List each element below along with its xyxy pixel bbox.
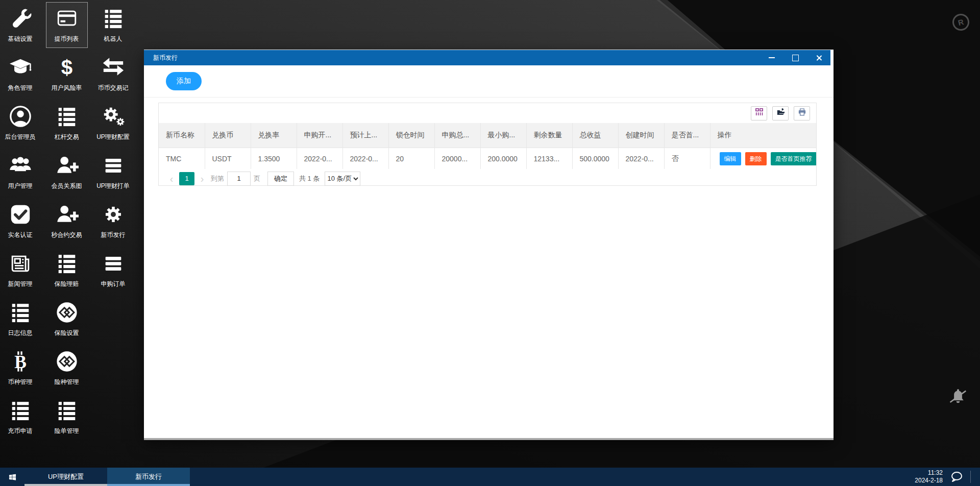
desktop-icon[interactable]: 秒合约交易 (46, 198, 88, 244)
table-header-cell: 剩余数量 (526, 123, 572, 148)
table-header-cell: 预计上... (342, 123, 388, 148)
table-cell: USDT (205, 148, 251, 169)
desktop-icon[interactable]: 提币列表 (46, 2, 88, 48)
table-cell: 500.0000 (572, 148, 618, 169)
edit-button[interactable]: 编辑 (720, 152, 741, 165)
table-cell: 2022-0... (618, 148, 664, 169)
window-titlebar[interactable]: 新币发行 (144, 50, 830, 65)
desktop-icon[interactable]: 角色管理 (0, 51, 41, 97)
desktop-icon-label: 币种管理 (8, 378, 33, 386)
wrench-icon (9, 7, 32, 32)
desktop-icon[interactable]: 险单管理 (46, 394, 88, 440)
columns-filter-icon (755, 108, 764, 118)
dollar-icon: $ (55, 56, 79, 81)
desktop-icon[interactable]: 保险设置 (46, 296, 88, 342)
desktop-icon[interactable]: 基础设置 (0, 2, 41, 48)
circle-diamond-icon (55, 301, 79, 326)
user-plus-icon (55, 203, 79, 228)
desktop-icon-label: 保险设置 (55, 329, 79, 337)
desktop-icon[interactable]: 新闻管理 (0, 247, 41, 293)
desktop-icon[interactable]: $用户风险率 (46, 51, 88, 97)
desktop-icon[interactable]: 日志信息 (0, 296, 41, 342)
desktop-icon[interactable]: 新币发行 (92, 198, 134, 244)
table-header-cell: 申购总... (434, 123, 480, 148)
goto-page-input[interactable] (227, 172, 251, 186)
start-button[interactable] (0, 468, 24, 486)
show-desktop-divider[interactable] (970, 471, 971, 483)
card-icon (55, 7, 79, 32)
table-header-cell: 操作 (710, 123, 816, 148)
desktop-icon[interactable]: 币币交易记 (92, 51, 134, 97)
maximize-button[interactable] (783, 50, 807, 65)
desktop-icon-label: 杠杆交易 (55, 133, 79, 141)
desktop-icon[interactable]: B币种管理 (0, 345, 41, 391)
notification-muted-icon[interactable] (948, 387, 968, 406)
table-cell: 2022-0... (342, 148, 388, 169)
desktop-icon[interactable]: 机器人 (92, 2, 134, 48)
table-header-cell: 锁仓时间 (388, 123, 434, 148)
prev-page-button[interactable]: ‹ (166, 174, 177, 184)
gear-icon (102, 203, 125, 228)
table-cell: TMC (159, 148, 205, 169)
table-cell: 20000... (434, 148, 480, 169)
minimize-button[interactable] (760, 50, 783, 65)
desktop-icon[interactable]: 会员关系图 (46, 149, 88, 195)
homepage-recommend-button[interactable]: 是否首页推荐 (771, 152, 817, 165)
desktop-icon[interactable]: UP理财打单 (92, 149, 134, 195)
table-header-cell: 总收益 (572, 123, 618, 148)
desktop: 基础设置提币列表机器人角色管理$用户风险率币币交易记后台管理员杠杆交易UP理财配… (0, 0, 980, 486)
close-icon (816, 55, 822, 61)
desktop-icon-label: 会员关系图 (52, 182, 82, 190)
menu-lines-icon (102, 252, 125, 277)
desktop-icon-grid: 基础设置提币列表机器人角色管理$用户风险率币币交易记后台管理员杠杆交易UP理财配… (0, 1, 142, 442)
desktop-icon[interactable]: 杠杆交易 (46, 100, 88, 146)
print-button[interactable] (794, 106, 810, 120)
table-cell: 2022-0... (297, 148, 342, 169)
registered-logo-letter: R (957, 17, 965, 27)
taskbar-item[interactable]: UP理财配置 (24, 468, 107, 486)
delete-button[interactable]: 删除 (745, 152, 767, 165)
page-size-select[interactable]: 10 条/页 (325, 172, 360, 186)
desktop-icon[interactable]: 后台管理员 (0, 100, 41, 146)
windows-logo-icon (8, 473, 17, 481)
table-actions-cell: 编辑删除是否首页推荐 (710, 148, 816, 169)
table-header-row: 新币名称兑换币兑换率申购开...预计上...锁仓时间申购总...最小购...剩余… (159, 123, 816, 148)
desktop-icon[interactable]: UP理财配置 (92, 100, 134, 146)
list-icon (55, 399, 79, 424)
desktop-icon-label: 充币申请 (8, 427, 33, 435)
taskbar-item-label: UP理财配置 (48, 472, 84, 481)
desktop-icon[interactable]: 实名认证 (0, 198, 41, 244)
list-icon (55, 252, 79, 277)
desktop-icon[interactable]: 用户管理 (0, 149, 41, 195)
next-page-button[interactable]: › (197, 174, 208, 184)
desktop-icon[interactable]: 申购订单 (92, 247, 134, 293)
add-button[interactable]: 添加 (166, 72, 202, 90)
bitcoin-icon: B (9, 350, 32, 375)
user-circle-icon (9, 105, 32, 130)
desktop-icon[interactable]: 充币申请 (0, 394, 41, 440)
desktop-icon-label: 险单管理 (55, 427, 79, 435)
table-toolbar (159, 103, 816, 123)
divider (144, 97, 834, 98)
export-button[interactable] (772, 106, 789, 120)
goto-label: 到第 (211, 174, 224, 183)
desktop-icon[interactable]: 保险理赔 (46, 247, 88, 293)
clock-date: 2024-2-18 (915, 477, 943, 484)
columns-filter-button[interactable] (751, 106, 767, 120)
confirm-button[interactable]: 确定 (267, 172, 294, 186)
taskbar: UP理财配置新币发行 11:32 2024-2-18 (0, 468, 980, 486)
svg-text:B: B (14, 352, 27, 372)
page-number-button[interactable]: 1 (179, 172, 194, 185)
window-resize-edge[interactable] (144, 438, 834, 440)
taskbar-items: UP理财配置新币发行 (24, 468, 190, 486)
desktop-icon-label: 新币发行 (101, 231, 126, 239)
desktop-icon-label: 后台管理员 (5, 133, 36, 141)
desktop-icon[interactable]: 险种管理 (46, 345, 88, 391)
table-header-cell: 创建时间 (618, 123, 664, 148)
desktop-icon-label: 基础设置 (8, 35, 33, 43)
close-button[interactable] (807, 50, 830, 65)
taskbar-item[interactable]: 新币发行 (107, 468, 190, 486)
chat-icon[interactable] (950, 470, 963, 483)
desktop-icon-label: 日志信息 (8, 329, 33, 337)
taskbar-item-indicator (107, 484, 190, 486)
